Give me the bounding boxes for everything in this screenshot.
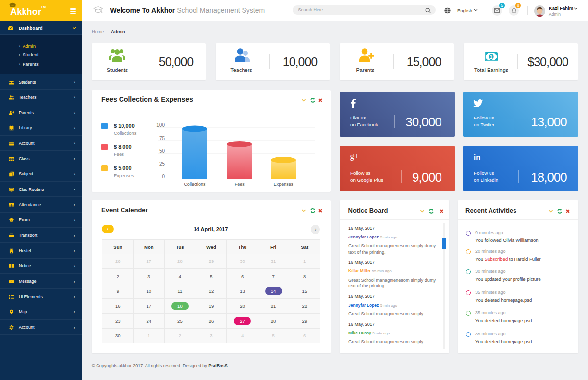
svg-text:0: 0 [162, 174, 165, 179]
svg-text:75: 75 [159, 136, 165, 141]
svg-text:Expenses: Expenses [274, 182, 294, 187]
svg-text:100: 100 [156, 122, 165, 128]
svg-text:Fees: Fees [235, 182, 245, 187]
svg-text:50: 50 [159, 148, 165, 154]
svg-text:Collections: Collections [184, 182, 206, 187]
svg-text:1: 1 [490, 54, 493, 60]
svg-text:25: 25 [159, 161, 165, 166]
